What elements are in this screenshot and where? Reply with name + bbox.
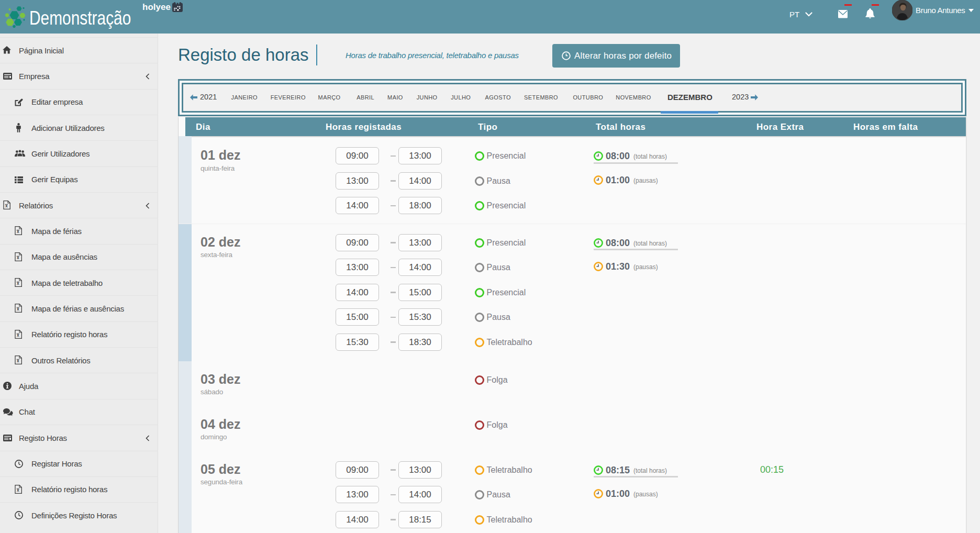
svg-text:x: x — [5, 203, 8, 208]
svg-text:x: x — [17, 281, 19, 286]
svg-text:x: x — [17, 358, 19, 363]
svg-text:x: x — [17, 332, 19, 338]
svg-text:x: x — [17, 306, 19, 312]
svg-text:x: x — [17, 487, 19, 493]
svg-text:x: x — [17, 229, 19, 234]
svg-text:x: x — [17, 255, 19, 260]
